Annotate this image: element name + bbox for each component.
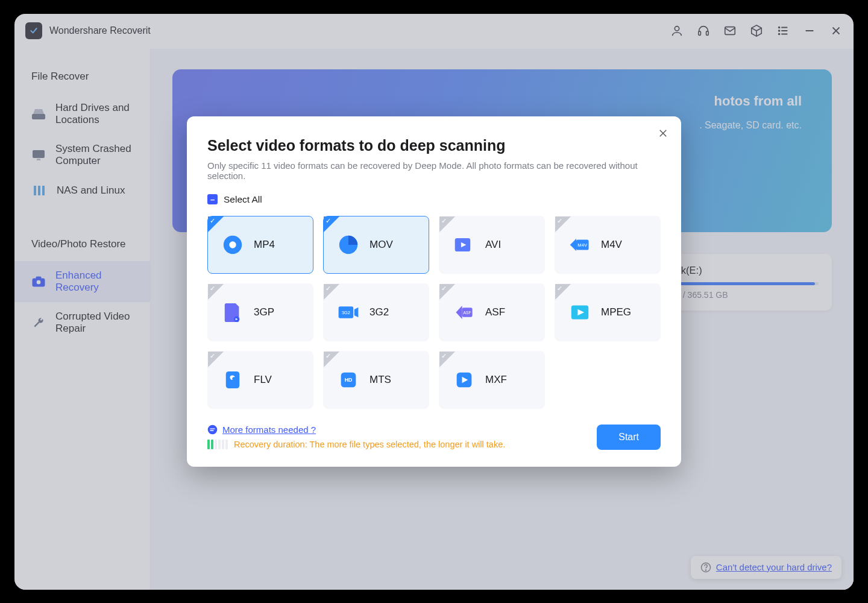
modal-close-icon[interactable] [655,125,671,142]
svg-point-27 [229,241,236,248]
selected-corner-icon [439,284,455,300]
selected-corner-icon [208,352,224,367]
format-icon-m4v: M4V [568,233,591,256]
select-all-toggle[interactable]: – Select All [207,194,661,205]
modal-title: Select video formats to do deep scanning [207,137,661,154]
selected-corner-icon [439,216,455,232]
modal-subtitle: Only specific 11 video formats can be re… [207,160,661,181]
format-option-mxf[interactable]: MXF [439,351,545,409]
format-icon-3gp [221,301,244,324]
format-label: ASF [485,306,505,318]
svg-marker-37 [354,307,359,317]
more-formats-link[interactable]: More formats needed ? [207,425,505,435]
format-icon-mts: HD [337,368,360,391]
svg-marker-31 [570,238,576,251]
format-option-3gp[interactable]: 3GP [207,283,313,341]
start-button[interactable]: Start [597,425,661,450]
format-option-mp4[interactable]: MP4 [207,216,313,274]
selected-corner-icon [439,352,455,367]
format-icon-asf: ASF [453,301,476,324]
svg-text:M4V: M4V [577,242,588,248]
svg-text:3G2: 3G2 [342,310,350,315]
format-label: MOV [370,239,393,251]
selected-corner-icon [555,216,571,232]
format-label: M4V [601,239,622,251]
svg-text:ASF: ASF [463,310,471,314]
selected-corner-icon [324,352,339,367]
app-window: Wondershare Recoverit File Recover Hard … [14,14,854,590]
selected-corner-icon [208,284,224,300]
selected-corner-icon [555,284,571,300]
format-label: MXF [485,374,507,386]
format-label: MPEG [601,306,631,318]
format-option-mts[interactable]: HD MTS [323,351,429,409]
format-option-avi[interactable]: AVI [439,216,545,274]
checkbox-indeterminate-icon: – [207,194,218,204]
selected-corner-icon [324,284,339,300]
format-icon-mpeg [568,301,591,324]
format-icon-mov [337,233,360,256]
chat-icon [207,425,218,435]
format-option-3g2[interactable]: 3G2 3G2 [323,283,429,341]
format-option-mpeg[interactable]: MPEG [555,283,661,341]
format-label: MP4 [254,239,275,251]
format-label: 3GP [254,306,274,318]
svg-text:HD: HD [345,376,353,382]
format-option-asf[interactable]: ASF ASF [439,283,545,341]
format-icon-avi [453,233,476,256]
format-modal: Select video formats to do deep scanning… [187,116,681,467]
selected-corner-icon [208,216,224,232]
format-label: 3G2 [370,306,389,318]
format-grid: MP4 MOV AVI M4V M4V 3GP 3G2 3G2 ASF ASF … [207,216,661,409]
selected-corner-icon [324,216,339,232]
format-label: AVI [485,239,501,251]
format-option-m4v[interactable]: M4V M4V [555,216,661,274]
format-icon-flv [221,368,244,391]
svg-point-49 [208,425,218,435]
format-icon-3g2: 3G2 [337,301,360,324]
modal-overlay: Select video formats to do deep scanning… [14,14,854,590]
svg-marker-39 [456,305,462,318]
format-label: MTS [370,374,391,386]
format-option-mov[interactable]: MOV [323,216,429,274]
format-icon-mxf [453,368,476,391]
format-icon-mp4 [221,233,244,256]
format-option-flv[interactable]: FLV [207,351,313,409]
duration-hint: Recovery duration: The more file types s… [207,440,505,449]
select-all-label: Select All [224,194,262,205]
duration-bars-icon [207,440,228,449]
format-label: FLV [254,374,272,386]
